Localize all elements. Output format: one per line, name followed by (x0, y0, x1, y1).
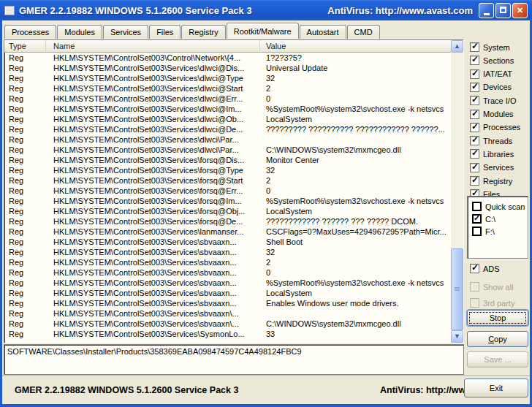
table-row[interactable]: Reg HKLM\SYSTEM\ControlSet003\Services\s… (4, 308, 451, 319)
table-row[interactable]: Reg HKLM\SYSTEM\ControlSet003\Services\d… (4, 124, 451, 134)
checkbox-icon[interactable]: ✓ (470, 69, 479, 79)
checkbox-threads[interactable]: ✓ Threads (470, 136, 512, 145)
table-row[interactable]: Reg HKLM\SYSTEM\ControlSet003\Services\s… (4, 267, 451, 278)
table-row[interactable]: Reg HKLM\SYSTEM\ControlSet003\Services\d… (4, 94, 451, 104)
table-row[interactable]: Reg HKLM\SYSTEM\ControlSet003\Services\f… (4, 155, 451, 165)
checkbox-icon[interactable]: ✓ (470, 298, 479, 308)
checkbox-libraries[interactable]: ✓ Libraries (470, 149, 514, 159)
table-row[interactable]: Reg HKLM\SYSTEM\ControlSet003\Services\s… (4, 298, 451, 308)
checkbox-icon[interactable]: ✓ (470, 176, 479, 186)
tab-cmd[interactable]: CMD (347, 25, 380, 39)
checkbox-show-all: ✓ Show all (470, 282, 514, 292)
checkbox-registry[interactable]: ✓ Registry (470, 176, 512, 186)
table-row[interactable]: Reg HKLM\SYSTEM\ControlSet003\Services\s… (4, 247, 451, 257)
checkbox-icon[interactable]: ✓ (472, 227, 482, 236)
table-row[interactable]: Reg HKLM\SYSTEM\ControlSet003\Services\f… (4, 186, 451, 196)
checkbox-icon[interactable]: ✓ (470, 163, 479, 172)
table-row[interactable]: Reg HKLM\SYSTEM\ControlSet003\Services\s… (4, 288, 451, 298)
checkbox-icon[interactable]: ✓ (470, 282, 479, 292)
checkbox-label: Devices (483, 83, 512, 91)
table-row[interactable]: Reg HKLM\SYSTEM\ControlSet003\Services\d… (4, 73, 451, 83)
checkbox-services[interactable]: ✓ Services (470, 163, 514, 172)
tab-processes[interactable]: Processes (4, 25, 56, 39)
table-row[interactable]: Reg HKLM\SYSTEM\ControlSet003\Services\d… (4, 63, 451, 73)
table-row[interactable]: Reg HKLM\SYSTEM\ControlSet003\Services\s… (4, 278, 451, 288)
tab-autostart[interactable]: Autostart (300, 25, 346, 39)
checkbox-iat-eat[interactable]: ✓ IAT/EAT (470, 69, 512, 79)
cell-name: HKLM\SYSTEM\ControlSet003\Services\sbvaa… (46, 298, 260, 308)
table-row[interactable]: Reg HKLM\SYSTEM\ControlSet003\Services\s… (4, 237, 451, 247)
scroll-up-icon[interactable]: ▲ (451, 40, 463, 53)
save-button[interactable]: Save ... (467, 351, 528, 368)
table-row[interactable]: Reg HKLM\SYSTEM\ControlSet003\Control\Ne… (4, 53, 451, 63)
cell-value: Monitor Center (260, 155, 451, 165)
checkbox-icon[interactable]: ✓ (472, 202, 482, 211)
table-row[interactable]: Reg HKLM\SYSTEM\ControlSet003\Services\d… (4, 83, 451, 94)
table-row[interactable]: Reg HKLM\SYSTEM\ControlSet003\Services\f… (4, 196, 451, 206)
checkbox-icon[interactable]: ✓ (470, 56, 479, 65)
close-button-icon[interactable]: ✕ (512, 3, 528, 18)
table-row[interactable]: Reg HKLM\SYSTEM\ControlSet003\Services\d… (4, 134, 451, 145)
stop-button[interactable]: Stop (467, 310, 528, 326)
cell-name: HKLM\SYSTEM\ControlSet003\Services\forsq… (46, 175, 260, 186)
column-header-name[interactable]: Name (46, 40, 260, 53)
checkbox-icon[interactable]: ✓ (470, 96, 479, 105)
cell-name: HKLM\SYSTEM\ControlSet003\Services\sbvaa… (46, 319, 260, 329)
tab-files[interactable]: Files (149, 25, 180, 39)
checkbox-icon[interactable]: ✓ (470, 136, 479, 145)
copy-button[interactable]: Copy (467, 331, 528, 347)
tab-rootkit-malware[interactable]: Rootkit/Malware (227, 23, 299, 39)
cell-type: Reg (4, 227, 46, 237)
tab-modules[interactable]: Modules (57, 25, 102, 39)
checkbox-icon[interactable]: ✓ (470, 110, 479, 119)
checkbox-icon[interactable]: ✓ (470, 149, 479, 159)
table-row[interactable]: Reg HKLM\SYSTEM\ControlSet003\Services\d… (4, 114, 451, 124)
column-header-type[interactable]: Type (4, 40, 46, 53)
scrollbar-thumb[interactable] (451, 248, 463, 330)
tab-services[interactable]: Services (103, 25, 148, 39)
maximize-button-icon[interactable] (495, 3, 511, 18)
checkbox-icon[interactable]: ✓ (470, 42, 479, 52)
cell-type: Reg (4, 53, 46, 63)
cell-name: HKLM\SYSTEM\ControlSet003\Control\Networ… (46, 53, 260, 63)
checkbox-icon[interactable]: ✓ (470, 83, 479, 92)
checkbox-quick-scan[interactable]: ✓ Quick scan (472, 202, 525, 211)
vertical-scrollbar[interactable]: ▲ ▼ (451, 40, 463, 343)
table-row[interactable]: Reg HKLM\SYSTEM\ControlSet003\Services\d… (4, 104, 451, 114)
cell-value: C:\WINDOWS\system32\mxmcgeo.dll (260, 319, 451, 329)
cell-name: HKLM\SYSTEM\ControlSet003\Services\forsq… (46, 165, 260, 175)
checkbox-icon[interactable]: ✓ (472, 214, 482, 224)
checkbox-processes[interactable]: ✓ Processes (470, 123, 520, 132)
cell-type: Reg (4, 73, 46, 83)
checkbox-f[interactable]: ✓ F:\ (472, 227, 495, 236)
table-row[interactable]: Reg HKLM\SYSTEM\ControlSet003\Services\f… (4, 175, 451, 186)
table-row[interactable]: Reg HKLM\SYSTEM\ControlSet003\Services\s… (4, 257, 451, 267)
column-header-value[interactable]: Value (260, 40, 463, 53)
window-title-antivirus: AntiVirus: http://www.avast.com (252, 5, 473, 16)
table-row[interactable]: Reg HKLM\SYSTEM\ControlSet003\Services\s… (4, 319, 451, 329)
scroll-down-icon[interactable]: ▼ (451, 330, 463, 343)
table-row[interactable]: Reg HKLM\SYSTEM\ControlSet003\Services\f… (4, 216, 451, 227)
checkbox-icon[interactable]: ✓ (470, 123, 479, 132)
checkbox-system[interactable]: ✓ System (470, 42, 510, 52)
tab-label: Processes (12, 28, 49, 37)
checkbox-devices[interactable]: ✓ Devices (470, 83, 512, 92)
exit-button[interactable]: Exit (464, 379, 528, 398)
checkbox-ads[interactable]: ✓ ADS (470, 264, 500, 273)
tab-registry[interactable]: Registry (181, 25, 225, 39)
cell-name: HKLM\SYSTEM\ControlSet003\Services\dlwci… (46, 83, 260, 94)
minimize-button-icon[interactable] (479, 3, 494, 18)
table-row[interactable]: Reg HKLM\SYSTEM\ControlSet003\Services\f… (4, 206, 451, 216)
cell-value: 1?2?3?5? (260, 53, 451, 63)
checkbox-trace-i-o[interactable]: ✓ Trace I/O (470, 96, 516, 105)
checkbox-modules[interactable]: ✓ Modules (470, 110, 514, 119)
table-row[interactable]: Reg HKLM\SYSTEM\ControlSet003\Services\f… (4, 165, 451, 175)
checkbox-c[interactable]: ✓ C:\ (472, 214, 495, 224)
checkbox-sections[interactable]: ✓ Sections (470, 56, 514, 65)
checkbox-icon[interactable]: ✓ (470, 264, 479, 273)
table-row[interactable]: Reg HKLM\SYSTEM\ControlSet003\Services\l… (4, 227, 451, 237)
cell-type: Reg (4, 216, 46, 227)
tab-bar: ProcessesModulesServicesFilesRegistryRoo… (4, 23, 381, 39)
table-row[interactable]: Reg HKLM\SYSTEM\ControlSet003\Services\d… (4, 145, 451, 155)
table-row[interactable]: Reg HKLM\SYSTEM\ControlSet003\Services\S… (4, 329, 451, 339)
